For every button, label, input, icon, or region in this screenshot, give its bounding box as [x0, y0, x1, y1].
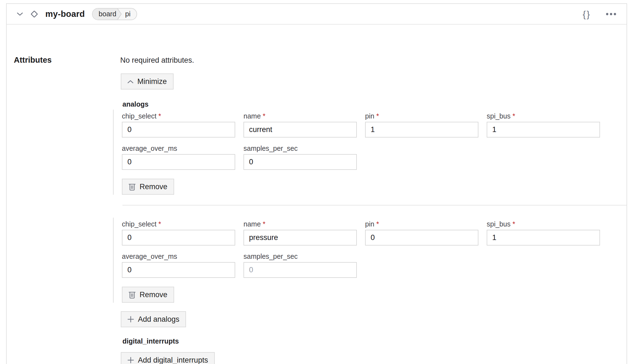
spi-bus-input[interactable]: [487, 122, 600, 138]
field-chip-select: chip_select*: [122, 220, 235, 246]
add-analogs-button-label: Add analogs: [138, 315, 179, 324]
remove-analog-button[interactable]: Remove: [122, 287, 174, 303]
average-over-ms-input[interactable]: [122, 262, 235, 278]
header-actions: {}: [583, 9, 618, 19]
field-label: name*: [243, 112, 357, 120]
component-name-title: my-board: [45, 9, 85, 19]
plus-icon: [127, 357, 134, 363]
samples-per-sec-input[interactable]: [243, 154, 357, 170]
add-analogs-button[interactable]: Add analogs: [121, 311, 186, 327]
pill-chevron-divider-icon: [117, 9, 124, 20]
field-label: chip_select*: [122, 220, 235, 228]
analogs-group-label: analogs: [122, 100, 148, 108]
field-samples-per-sec: samples_per_sec: [243, 253, 357, 278]
name-input[interactable]: [243, 122, 357, 138]
remove-row: Remove: [122, 287, 630, 303]
field-label: samples_per_sec: [243, 145, 357, 152]
field-label: name*: [243, 220, 357, 228]
field-spi-bus: spi_bus*: [487, 112, 600, 138]
plus-icon: [127, 316, 134, 323]
required-asterisk: *: [512, 112, 515, 120]
field-label: average_over_ms: [122, 253, 235, 260]
required-asterisk: *: [263, 220, 266, 228]
more-options-button[interactable]: [604, 11, 618, 17]
minimize-button[interactable]: Minimize: [121, 73, 174, 89]
no-required-attributes-note: No required attributes.: [120, 56, 194, 65]
required-asterisk: *: [158, 220, 161, 228]
component-type-icon-wrap: [29, 9, 39, 19]
remove-button-label: Remove: [140, 291, 167, 299]
required-asterisk: *: [158, 112, 161, 120]
field-label: spi_bus*: [487, 112, 600, 120]
chevron-up-icon: [127, 80, 133, 83]
field-chip-select: chip_select*: [122, 112, 235, 138]
field-label: spi_bus*: [487, 220, 600, 228]
analog-items-divider: [122, 205, 627, 205]
json-mode-toggle-button[interactable]: {}: [583, 9, 591, 19]
component-card-header: my-board board pi {}: [7, 4, 627, 25]
attributes-section-heading: Attributes: [14, 56, 52, 65]
trash-icon: [129, 291, 136, 299]
component-model-tag: pi: [124, 9, 137, 20]
field-spi-bus: spi_bus*: [487, 220, 600, 246]
component-type-tag: board: [93, 9, 117, 20]
field-label: samples_per_sec: [243, 253, 357, 260]
required-asterisk: *: [512, 220, 515, 228]
field-pin: pin*: [365, 112, 478, 138]
average-over-ms-input[interactable]: [122, 154, 235, 170]
digital-interrupts-group-label: digital_interrupts: [122, 337, 179, 345]
component-type-model-pill: board pi: [92, 8, 137, 20]
minimize-button-label: Minimize: [137, 77, 167, 86]
analog-item: chip_select* name* pin* spi_bus*: [113, 218, 630, 303]
pin-input[interactable]: [365, 122, 478, 138]
analog-fields-row: chip_select* name* pin* spi_bus*: [122, 112, 630, 138]
required-asterisk: *: [263, 112, 266, 120]
chevron-down-icon: [17, 12, 23, 16]
add-digital-interrupts-button-label: Add digital_interrupts: [138, 356, 208, 364]
analog-fields-row: average_over_ms samples_per_sec: [122, 253, 630, 278]
chip-select-input[interactable]: [122, 122, 235, 138]
analog-fields-row: chip_select* name* pin* spi_bus*: [122, 220, 630, 246]
collapse-toggle-button[interactable]: [15, 11, 24, 17]
field-pin: pin*: [365, 220, 478, 246]
pin-input[interactable]: [365, 230, 478, 246]
required-asterisk: *: [376, 112, 379, 120]
field-label: pin*: [365, 220, 478, 228]
attributes-panel: Attributes No required attributes. Minim…: [7, 25, 627, 364]
component-card: my-board board pi {} Attributes No requi…: [6, 3, 627, 364]
field-samples-per-sec: samples_per_sec: [243, 145, 357, 170]
ellipsis-icon: [606, 12, 617, 16]
field-name: name*: [243, 112, 357, 138]
field-label: chip_select*: [122, 112, 235, 120]
name-input[interactable]: [243, 230, 357, 246]
samples-per-sec-input[interactable]: [243, 262, 357, 278]
field-average-over-ms: average_over_ms: [122, 145, 235, 170]
field-label: average_over_ms: [122, 145, 235, 152]
remove-analog-button[interactable]: Remove: [122, 179, 174, 195]
add-digital-interrupts-button[interactable]: Add digital_interrupts: [121, 352, 215, 364]
field-name: name*: [243, 220, 357, 246]
trash-icon: [129, 183, 136, 191]
analog-fields-row: average_over_ms samples_per_sec: [122, 145, 630, 170]
remove-button-label: Remove: [140, 183, 167, 191]
diamond-icon: [29, 9, 39, 19]
analog-item: chip_select* name* pin* spi_bus*: [113, 110, 630, 195]
field-label: pin*: [365, 112, 478, 120]
remove-row: Remove: [122, 179, 630, 195]
spi-bus-input[interactable]: [487, 230, 600, 246]
chip-select-input[interactable]: [122, 230, 235, 246]
required-asterisk: *: [376, 220, 379, 228]
field-average-over-ms: average_over_ms: [122, 253, 235, 278]
